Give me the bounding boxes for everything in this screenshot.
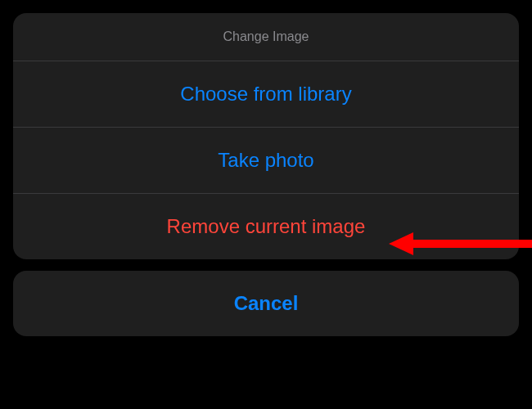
option-choose-from-library[interactable]: Choose from library: [13, 61, 519, 128]
cancel-group: Cancel: [13, 271, 519, 336]
option-remove-current-image[interactable]: Remove current image: [13, 194, 519, 259]
cancel-button[interactable]: Cancel: [13, 271, 519, 336]
action-sheet-group: Change Image Choose from library Take ph…: [13, 13, 519, 259]
option-take-photo[interactable]: Take photo: [13, 128, 519, 194]
sheet-title: Change Image: [13, 13, 519, 61]
cancel-label: Cancel: [234, 292, 299, 314]
option-label: Remove current image: [167, 215, 366, 237]
option-label: Take photo: [218, 149, 313, 171]
option-label: Choose from library: [180, 83, 351, 105]
